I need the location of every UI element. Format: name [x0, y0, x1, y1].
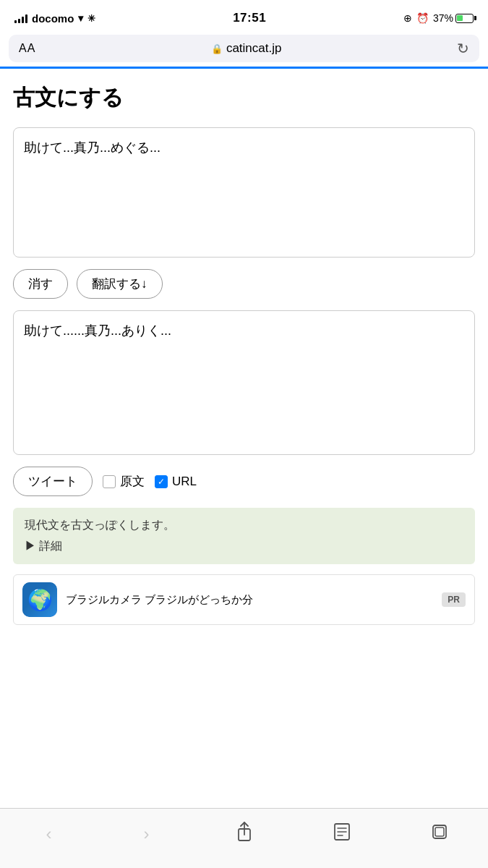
share-icon	[236, 822, 252, 846]
domain-text: catincat.jp	[226, 41, 282, 56]
status-right: ⊕ ⏰ 37%	[403, 12, 474, 24]
ad-banner[interactable]: ブラジルカメラ ブラジルがどっちか分 PR	[13, 574, 475, 625]
address-center: 🔒 catincat.jp	[211, 41, 282, 56]
info-detail-link[interactable]: ▶ 詳細	[25, 539, 463, 554]
status-time: 17:51	[233, 11, 266, 25]
battery-fill	[457, 15, 462, 21]
input-textarea[interactable]: 助けて...真乃...めぐる...	[13, 127, 475, 258]
wifi-icon: ▾	[78, 12, 83, 24]
info-box: 現代文を古文っぽくします。 ▶ 詳細	[13, 508, 475, 564]
battery-percent: 37%	[433, 12, 453, 24]
status-left: docomo ▾ ✳	[14, 12, 95, 25]
font-size-button[interactable]: AA	[19, 42, 35, 55]
input-text: 助けて...真乃...めぐる...	[24, 140, 160, 155]
brightness-icon: ✳	[87, 13, 95, 24]
page-content: 古文にする 助けて...真乃...めぐる... 消す 翻訳する↓ 助けて....…	[0, 69, 488, 650]
page-title: 古文にする	[13, 83, 475, 113]
share-button[interactable]	[227, 820, 262, 848]
translate-button[interactable]: 翻訳する↓	[77, 269, 163, 299]
bookmarks-button[interactable]	[325, 820, 359, 848]
ad-thumbnail	[22, 582, 57, 617]
tweet-row: ツイート 原文 ✓ URL	[13, 467, 475, 496]
original-label: 原文	[120, 473, 145, 490]
tabs-icon	[431, 823, 448, 845]
ad-pr-badge: PR	[442, 592, 466, 607]
output-text: 助けて......真乃...ありく...	[24, 323, 171, 338]
tabs-button[interactable]	[422, 820, 457, 848]
output-textarea: 助けて......真乃...ありく...	[13, 310, 475, 455]
back-icon: ‹	[46, 824, 52, 844]
battery-container: 37%	[433, 12, 474, 24]
location-icon: ⊕	[403, 12, 412, 24]
back-button[interactable]: ‹	[32, 820, 67, 848]
url-checkbox-group: ✓ URL	[155, 475, 197, 489]
clear-button[interactable]: 消す	[13, 269, 68, 299]
url-checkbox[interactable]: ✓	[155, 475, 168, 488]
buttons-row: 消す 翻訳する↓	[13, 269, 475, 299]
ad-image	[22, 582, 57, 617]
battery-icon	[455, 14, 474, 23]
address-bar[interactable]: AA 🔒 catincat.jp ↻	[9, 35, 479, 62]
info-text: 現代文を古文っぽくします。	[25, 518, 463, 533]
svg-rect-7	[435, 827, 444, 836]
original-checkbox[interactable]	[103, 475, 116, 488]
forward-button[interactable]: ›	[129, 820, 164, 848]
signal-icon	[14, 13, 27, 23]
ad-text: ブラジルカメラ ブラジルがどっちか分	[66, 593, 433, 607]
status-bar: docomo ▾ ✳ 17:51 ⊕ ⏰ 37%	[0, 0, 488, 32]
forward-icon: ›	[144, 824, 150, 844]
alarm-icon: ⏰	[416, 12, 429, 24]
bottom-nav: ‹ ›	[0, 808, 488, 868]
progress-fill	[0, 67, 488, 69]
reload-button[interactable]: ↻	[457, 40, 469, 57]
carrier-name: docomo	[32, 12, 74, 25]
lock-icon: 🔒	[211, 43, 223, 54]
url-label: URL	[172, 475, 197, 489]
original-checkbox-group: 原文	[103, 473, 145, 490]
progress-bar	[0, 67, 488, 69]
tweet-button[interactable]: ツイート	[13, 467, 93, 496]
bookmarks-icon	[333, 822, 351, 846]
